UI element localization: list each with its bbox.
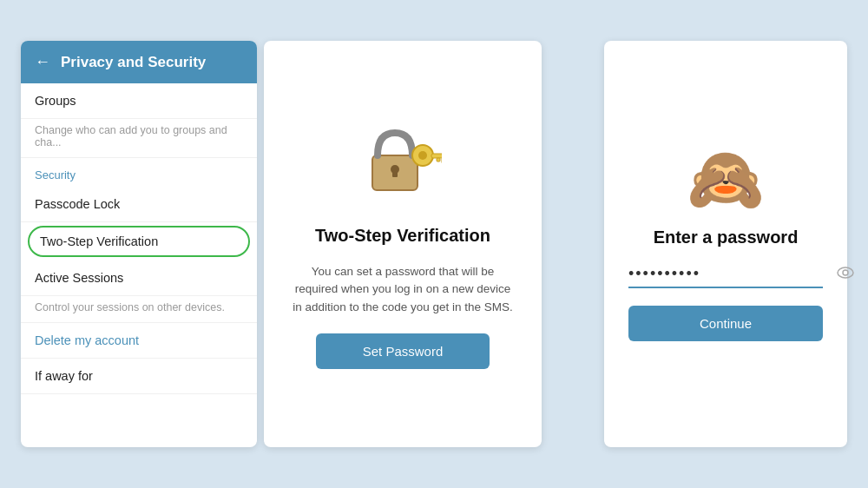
menu-item-groups[interactable]: Groups [21, 83, 257, 119]
left-panel: ← Privacy and Security Groups Change who… [21, 41, 257, 447]
menu-list: Groups Change who can add you to groups … [21, 83, 257, 447]
middle-panel-title: Two-Step Verification [315, 226, 490, 246]
menu-subtitle-groups: Change who can add you to groups and cha… [21, 119, 257, 158]
middle-panel: Two-Step Verification You can set a pass… [264, 41, 542, 447]
menu-item-away[interactable]: If away for [21, 359, 257, 394]
menu-section-security: Security [21, 158, 257, 187]
svg-rect-5 [431, 154, 442, 158]
menu-item-passcode[interactable]: Passcode Lock [21, 187, 257, 222]
svg-rect-2 [392, 169, 398, 177]
panel-title: Privacy and Security [61, 54, 206, 71]
menu-item-sessions[interactable]: Active Sessions [21, 260, 257, 296]
continue-button[interactable]: Continue [628, 306, 823, 341]
svg-point-4 [418, 151, 427, 160]
middle-panel-description: You can set a password that will be requ… [292, 263, 514, 316]
back-button[interactable]: ← [35, 53, 50, 71]
svg-point-8 [838, 267, 853, 278]
svg-rect-7 [437, 158, 440, 162]
lock-icon [364, 119, 442, 208]
right-panel-title: Enter a password [654, 228, 799, 247]
panels-container: ← Privacy and Security Groups Change who… [0, 0, 868, 488]
monkey-icon: 🙈 [687, 148, 765, 210]
menu-item-two-step[interactable]: Two-Step Verification [28, 226, 250, 257]
menu-item-delete[interactable]: Delete my account [21, 323, 257, 359]
menu-subtitle-sessions: Control your sessions on other devices. [21, 296, 257, 323]
set-password-button[interactable]: Set Password [316, 333, 490, 369]
password-input[interactable] [628, 265, 830, 283]
eye-icon[interactable] [837, 265, 854, 283]
svg-point-9 [843, 270, 848, 275]
password-field-container [628, 265, 823, 288]
right-panel: 🙈 Enter a password Continue [604, 41, 847, 447]
panel-header: ← Privacy and Security [21, 41, 257, 83]
